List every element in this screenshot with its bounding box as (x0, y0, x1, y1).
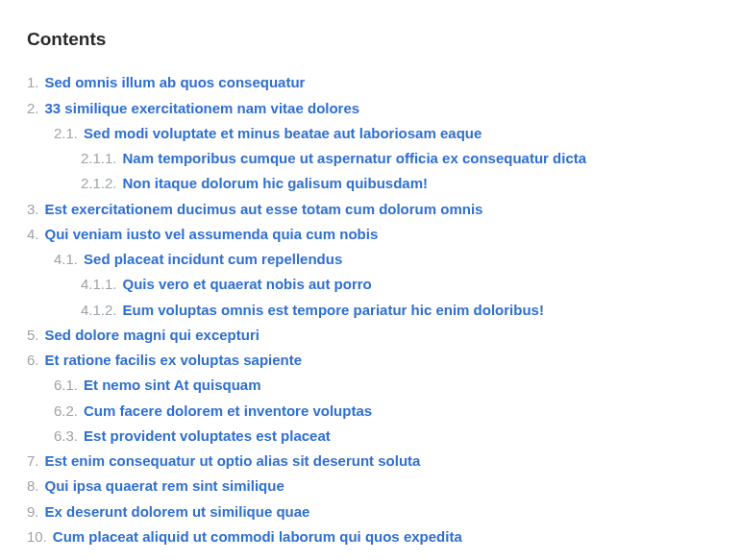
toc-link[interactable]: Est enim consequatur ut optio alias sit … (45, 449, 421, 474)
toc-item: 2.1.2.Non itaque dolorum hic galisum qui… (27, 171, 714, 196)
contents-title: Contents (27, 23, 714, 55)
toc-link[interactable]: Cum facere dolorem et inventore voluptas (84, 399, 372, 424)
toc-item: 5.Sed dolore magni qui excepturi (27, 323, 714, 348)
toc-number: 7. (27, 449, 39, 474)
toc-link[interactable]: Qui ipsa quaerat rem sint similique (45, 474, 284, 499)
toc-number: 6.1. (54, 373, 78, 398)
toc-number: 2.1. (54, 121, 78, 146)
toc-number: 2.1.2. (81, 171, 117, 196)
toc-link[interactable]: Nam temporibus cumque ut aspernatur offi… (123, 146, 587, 171)
toc-number: 9. (27, 499, 39, 524)
table-of-contents: 1.Sed omnis illum ab quos consequatur2.3… (27, 70, 714, 549)
toc-link[interactable]: Est provident voluptates est placeat (84, 424, 331, 449)
toc-item: 6.2.Cum facere dolorem et inventore volu… (27, 399, 714, 424)
toc-number: 6.3. (54, 424, 78, 449)
toc-item: 4.Qui veniam iusto vel assumenda quia cu… (27, 222, 714, 247)
toc-link[interactable]: Sed omnis illum ab quos consequatur (45, 70, 306, 95)
toc-number: 3. (27, 197, 39, 222)
toc-item: 6.Et ratione facilis ex voluptas sapient… (27, 348, 714, 373)
toc-item: 2.1.1.Nam temporibus cumque ut aspernatu… (27, 146, 714, 171)
toc-number: 10. (27, 524, 47, 549)
toc-number: 4. (27, 222, 39, 247)
toc-item: 6.1.Et nemo sint At quisquam (27, 373, 714, 398)
toc-number: 4.1.1. (81, 272, 117, 297)
toc-item: 1.Sed omnis illum ab quos consequatur (27, 70, 714, 95)
toc-link[interactable]: Qui veniam iusto vel assumenda quia cum … (45, 222, 379, 247)
toc-link[interactable]: Et ratione facilis ex voluptas sapiente (45, 348, 303, 373)
toc-link[interactable]: Sed dolore magni qui excepturi (45, 323, 259, 348)
toc-item: 4.1.Sed placeat incidunt cum repellendus (27, 247, 714, 272)
toc-link[interactable]: Non itaque dolorum hic galisum quibusdam… (123, 171, 429, 196)
toc-link[interactable]: Eum voluptas omnis est tempore pariatur … (123, 298, 544, 323)
toc-number: 6. (27, 348, 39, 373)
toc-link[interactable]: Est exercitationem ducimus aut esse tota… (45, 197, 483, 222)
toc-number: 6.2. (54, 399, 78, 424)
toc-item: 6.3.Est provident voluptates est placeat (27, 424, 714, 449)
toc-link[interactable]: Sed placeat incidunt cum repellendus (84, 247, 342, 272)
toc-link[interactable]: Cum placeat aliquid ut commodi laborum q… (53, 524, 462, 549)
toc-link[interactable]: Et nemo sint At quisquam (84, 373, 260, 398)
toc-number: 8. (27, 474, 39, 499)
toc-number: 2.1.1. (81, 146, 117, 171)
toc-number: 5. (27, 323, 39, 348)
toc-item: 8.Qui ipsa quaerat rem sint similique (27, 474, 714, 499)
toc-link[interactable]: Quis vero et quaerat nobis aut porro (123, 272, 372, 297)
toc-link[interactable]: Ex deserunt dolorem ut similique quae (45, 499, 310, 524)
toc-number: 4.1.2. (81, 298, 117, 323)
toc-link[interactable]: Sed modi voluptate et minus beatae aut l… (84, 121, 482, 146)
toc-item: 3.Est exercitationem ducimus aut esse to… (27, 197, 714, 222)
toc-number: 2. (27, 96, 39, 121)
toc-item: 4.1.1.Quis vero et quaerat nobis aut por… (27, 272, 714, 297)
toc-item: 4.1.2.Eum voluptas omnis est tempore par… (27, 298, 714, 323)
toc-number: 4.1. (54, 247, 78, 272)
toc-number: 1. (27, 70, 39, 95)
toc-link[interactable]: 33 similique exercitationem nam vitae do… (45, 96, 360, 121)
toc-item: 7.Est enim consequatur ut optio alias si… (27, 449, 714, 474)
toc-item: 10.Cum placeat aliquid ut commodi laboru… (27, 524, 714, 549)
toc-item: 2.1.Sed modi voluptate et minus beatae a… (27, 121, 714, 146)
toc-item: 9.Ex deserunt dolorem ut similique quae (27, 499, 714, 524)
toc-item: 2.33 similique exercitationem nam vitae … (27, 96, 714, 121)
